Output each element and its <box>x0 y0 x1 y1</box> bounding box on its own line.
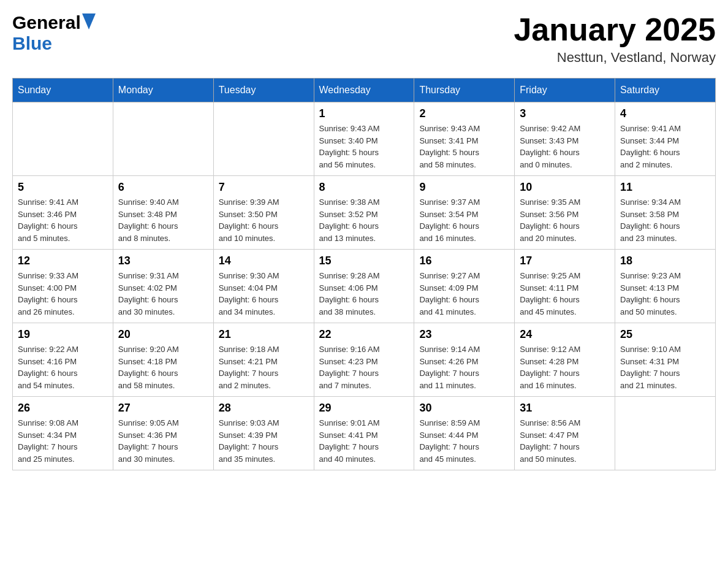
weekday-header-row: SundayMondayTuesdayWednesdayThursdayFrid… <box>13 79 716 102</box>
day-cell: 19Sunrise: 9:22 AM Sunset: 4:16 PM Dayli… <box>13 323 113 397</box>
weekday-header-friday: Friday <box>515 79 615 102</box>
day-number: 17 <box>520 255 610 267</box>
logo-blue-text: Blue <box>12 33 52 53</box>
day-cell: 7Sunrise: 9:39 AM Sunset: 3:50 PM Daylig… <box>213 176 314 250</box>
day-info: Sunrise: 9:12 AM Sunset: 4:28 PM Dayligh… <box>520 343 610 391</box>
day-cell: 1Sunrise: 9:43 AM Sunset: 3:40 PM Daylig… <box>314 102 414 176</box>
day-info: Sunrise: 9:18 AM Sunset: 4:21 PM Dayligh… <box>219 343 309 391</box>
day-number: 25 <box>620 328 710 341</box>
day-number: 26 <box>18 402 108 415</box>
day-number: 24 <box>520 328 610 341</box>
page-header: General Blue January 2025 Nesttun, Vestl… <box>12 12 716 66</box>
day-cell: 29Sunrise: 9:01 AM Sunset: 4:41 PM Dayli… <box>314 397 414 470</box>
day-cell: 23Sunrise: 9:14 AM Sunset: 4:26 PM Dayli… <box>414 323 515 397</box>
day-info: Sunrise: 9:05 AM Sunset: 4:36 PM Dayligh… <box>118 417 208 465</box>
day-number: 9 <box>419 181 509 194</box>
day-number: 13 <box>118 255 208 267</box>
day-info: Sunrise: 9:28 AM Sunset: 4:06 PM Dayligh… <box>319 270 409 318</box>
day-cell: 10Sunrise: 9:35 AM Sunset: 3:56 PM Dayli… <box>515 176 615 250</box>
day-number: 19 <box>18 328 108 341</box>
day-info: Sunrise: 9:22 AM Sunset: 4:16 PM Dayligh… <box>18 343 108 391</box>
day-cell: 8Sunrise: 9:38 AM Sunset: 3:52 PM Daylig… <box>314 176 414 250</box>
weekday-header-thursday: Thursday <box>414 79 515 102</box>
logo-general-text: General <box>12 12 81 33</box>
day-info: Sunrise: 9:10 AM Sunset: 4:31 PM Dayligh… <box>620 343 710 391</box>
day-cell: 31Sunrise: 8:56 AM Sunset: 4:47 PM Dayli… <box>515 397 615 470</box>
day-number: 8 <box>319 181 409 194</box>
day-cell: 2Sunrise: 9:43 AM Sunset: 3:41 PM Daylig… <box>414 102 515 176</box>
day-info: Sunrise: 9:39 AM Sunset: 3:50 PM Dayligh… <box>219 196 309 244</box>
day-info: Sunrise: 9:43 AM Sunset: 3:41 PM Dayligh… <box>419 123 509 170</box>
day-cell: 6Sunrise: 9:40 AM Sunset: 3:48 PM Daylig… <box>113 176 213 250</box>
week-row-3: 12Sunrise: 9:33 AM Sunset: 4:00 PM Dayli… <box>13 250 716 323</box>
week-row-4: 19Sunrise: 9:22 AM Sunset: 4:16 PM Dayli… <box>13 323 716 397</box>
day-info: Sunrise: 9:31 AM Sunset: 4:02 PM Dayligh… <box>118 270 208 318</box>
day-number: 27 <box>118 402 208 415</box>
day-cell: 17Sunrise: 9:25 AM Sunset: 4:11 PM Dayli… <box>515 250 615 323</box>
day-info: Sunrise: 9:41 AM Sunset: 3:44 PM Dayligh… <box>620 123 710 170</box>
day-cell: 27Sunrise: 9:05 AM Sunset: 4:36 PM Dayli… <box>113 397 213 470</box>
day-cell: 16Sunrise: 9:27 AM Sunset: 4:09 PM Dayli… <box>414 250 515 323</box>
day-info: Sunrise: 9:30 AM Sunset: 4:04 PM Dayligh… <box>219 270 309 318</box>
day-info: Sunrise: 8:56 AM Sunset: 4:47 PM Dayligh… <box>520 417 610 465</box>
day-cell: 14Sunrise: 9:30 AM Sunset: 4:04 PM Dayli… <box>213 250 314 323</box>
day-info: Sunrise: 9:20 AM Sunset: 4:18 PM Dayligh… <box>118 343 208 391</box>
day-number: 20 <box>118 328 208 341</box>
weekday-header-saturday: Saturday <box>615 79 716 102</box>
day-cell: 9Sunrise: 9:37 AM Sunset: 3:54 PM Daylig… <box>414 176 515 250</box>
weekday-header-wednesday: Wednesday <box>314 79 414 102</box>
title-section: January 2025 Nesttun, Vestland, Norway <box>514 12 716 66</box>
day-info: Sunrise: 9:08 AM Sunset: 4:34 PM Dayligh… <box>18 417 108 465</box>
day-cell: 4Sunrise: 9:41 AM Sunset: 3:44 PM Daylig… <box>615 102 716 176</box>
day-cell: 15Sunrise: 9:28 AM Sunset: 4:06 PM Dayli… <box>314 250 414 323</box>
weekday-header-tuesday: Tuesday <box>213 79 314 102</box>
day-cell: 3Sunrise: 9:42 AM Sunset: 3:43 PM Daylig… <box>515 102 615 176</box>
day-info: Sunrise: 9:03 AM Sunset: 4:39 PM Dayligh… <box>219 417 309 465</box>
day-number: 1 <box>319 107 409 120</box>
calendar-title: January 2025 <box>514 12 716 47</box>
day-number: 5 <box>18 181 108 194</box>
day-number: 10 <box>520 181 610 194</box>
day-number: 7 <box>219 181 309 194</box>
day-cell: 20Sunrise: 9:20 AM Sunset: 4:18 PM Dayli… <box>113 323 213 397</box>
day-number: 6 <box>118 181 208 194</box>
day-cell <box>615 397 716 470</box>
day-number: 3 <box>520 107 610 120</box>
day-info: Sunrise: 9:01 AM Sunset: 4:41 PM Dayligh… <box>319 417 409 465</box>
day-cell <box>113 102 213 176</box>
day-number: 22 <box>319 328 409 341</box>
day-info: Sunrise: 9:37 AM Sunset: 3:54 PM Dayligh… <box>419 196 509 244</box>
day-number: 14 <box>219 255 309 267</box>
day-info: Sunrise: 9:35 AM Sunset: 3:56 PM Dayligh… <box>520 196 610 244</box>
day-number: 12 <box>18 255 108 267</box>
day-number: 11 <box>620 181 710 194</box>
day-cell: 24Sunrise: 9:12 AM Sunset: 4:28 PM Dayli… <box>515 323 615 397</box>
day-info: Sunrise: 9:23 AM Sunset: 4:13 PM Dayligh… <box>620 270 710 318</box>
week-row-1: 1Sunrise: 9:43 AM Sunset: 3:40 PM Daylig… <box>13 102 716 176</box>
logo-triangle-icon <box>82 13 96 32</box>
day-cell <box>13 102 113 176</box>
day-number: 15 <box>319 255 409 267</box>
day-number: 31 <box>520 402 610 415</box>
day-cell: 25Sunrise: 9:10 AM Sunset: 4:31 PM Dayli… <box>615 323 716 397</box>
day-cell: 5Sunrise: 9:41 AM Sunset: 3:46 PM Daylig… <box>13 176 113 250</box>
day-info: Sunrise: 9:42 AM Sunset: 3:43 PM Dayligh… <box>520 123 610 170</box>
day-cell: 30Sunrise: 8:59 AM Sunset: 4:44 PM Dayli… <box>414 397 515 470</box>
day-number: 4 <box>620 107 710 120</box>
day-info: Sunrise: 9:14 AM Sunset: 4:26 PM Dayligh… <box>419 343 509 391</box>
day-number: 30 <box>419 402 509 415</box>
day-cell <box>213 102 314 176</box>
logo: General Blue <box>12 12 97 54</box>
day-info: Sunrise: 8:59 AM Sunset: 4:44 PM Dayligh… <box>419 417 509 465</box>
calendar-subtitle: Nesttun, Vestland, Norway <box>514 50 716 66</box>
day-info: Sunrise: 9:34 AM Sunset: 3:58 PM Dayligh… <box>620 196 710 244</box>
day-info: Sunrise: 9:33 AM Sunset: 4:00 PM Dayligh… <box>18 270 108 318</box>
day-cell: 28Sunrise: 9:03 AM Sunset: 4:39 PM Dayli… <box>213 397 314 470</box>
day-number: 21 <box>219 328 309 341</box>
week-row-2: 5Sunrise: 9:41 AM Sunset: 3:46 PM Daylig… <box>13 176 716 250</box>
day-number: 29 <box>319 402 409 415</box>
day-cell: 13Sunrise: 9:31 AM Sunset: 4:02 PM Dayli… <box>113 250 213 323</box>
weekday-header-monday: Monday <box>113 79 213 102</box>
day-info: Sunrise: 9:41 AM Sunset: 3:46 PM Dayligh… <box>18 196 108 244</box>
day-cell: 22Sunrise: 9:16 AM Sunset: 4:23 PM Dayli… <box>314 323 414 397</box>
